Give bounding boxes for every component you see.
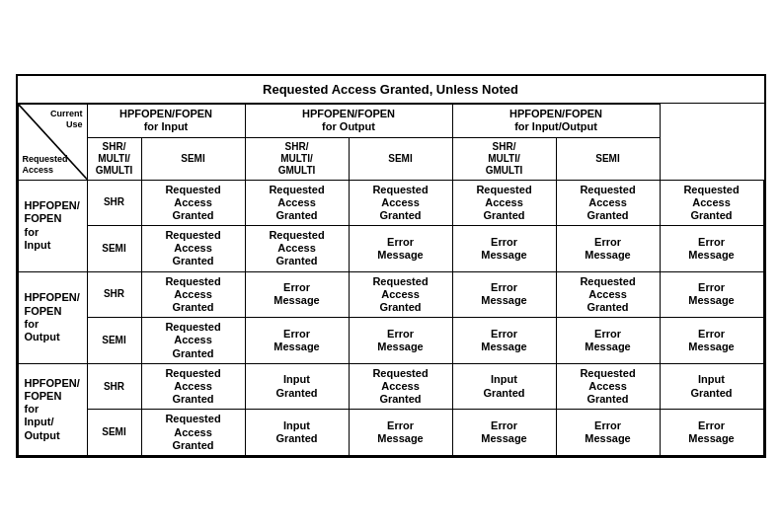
cell-4-1: RequestedAccessGranted <box>141 318 245 364</box>
cell-1-5: RequestedAccessGranted <box>556 180 660 226</box>
cell-4-5: ErrorMessage <box>556 318 660 364</box>
cell-1-6: RequestedAccessGranted <box>660 180 763 226</box>
cell-6-3: ErrorMessage <box>349 410 452 456</box>
cell-3-2: ErrorMessage <box>245 271 349 318</box>
table-row: SEMI RequestedAccessGranted RequestedAcc… <box>18 226 763 272</box>
sub-col-semi-3: SEMI <box>556 137 660 180</box>
current-use-label: CurrentUse <box>50 109 83 130</box>
access-table: CurrentUse RequestedAccess HPFOPEN/FOPEN… <box>18 104 764 456</box>
cell-5-6: InputGranted <box>660 363 763 410</box>
cell-6-5: ErrorMessage <box>556 410 660 456</box>
use-semi-1: SEMI <box>87 226 141 272</box>
cell-2-1: RequestedAccessGranted <box>141 226 245 272</box>
cell-1-1: RequestedAccessGranted <box>141 180 245 226</box>
cell-3-5: RequestedAccessGranted <box>556 271 660 318</box>
cell-3-1: RequestedAccessGranted <box>141 271 245 318</box>
table-row: HPFOPEN/FOPENforInput SHR RequestedAcces… <box>18 180 763 226</box>
sub-col-shr-multi-3: SHR/MULTI/GMULTI <box>452 137 556 180</box>
col-group-input: HPFOPEN/FOPENfor Input <box>87 105 245 137</box>
table-row: HPFOPEN/FOPENforInput/Output SHR Request… <box>18 363 763 410</box>
use-semi-3: SEMI <box>87 410 141 456</box>
section-output: HPFOPEN/FOPENforOutput <box>18 271 87 363</box>
cell-5-5: RequestedAccessGranted <box>556 363 660 410</box>
cell-3-4: ErrorMessage <box>452 271 556 318</box>
table-row: SEMI RequestedAccessGranted ErrorMessage… <box>18 318 763 364</box>
cell-1-4: RequestedAccessGranted <box>452 180 556 226</box>
cell-5-1: RequestedAccessGranted <box>141 363 245 410</box>
cell-2-5: ErrorMessage <box>556 226 660 272</box>
cell-2-4: ErrorMessage <box>452 226 556 272</box>
use-shr-3: SHR <box>87 363 141 410</box>
main-container: Requested Access Granted, Unless Noted C… <box>16 74 766 458</box>
cell-4-2: ErrorMessage <box>245 318 349 364</box>
sub-header-row: SHR/MULTI/GMULTI SEMI SHR/MULTI/GMULTI S… <box>18 137 763 180</box>
col-group-inout: HPFOPEN/FOPENfor Input/Output <box>452 105 660 137</box>
cell-6-2: InputGranted <box>245 410 349 456</box>
cell-3-3: RequestedAccessGranted <box>349 271 452 318</box>
cell-5-3: RequestedAccessGranted <box>349 363 452 410</box>
cell-4-3: ErrorMessage <box>349 318 452 364</box>
diagonal-header: CurrentUse RequestedAccess <box>18 105 87 180</box>
use-shr-1: SHR <box>87 180 141 226</box>
cell-2-6: ErrorMessage <box>660 226 763 272</box>
section-input: HPFOPEN/FOPENforInput <box>18 180 87 271</box>
cell-6-1: RequestedAccessGranted <box>141 410 245 456</box>
cell-3-6: ErrorMessage <box>660 271 763 318</box>
cell-5-4: InputGranted <box>452 363 556 410</box>
cell-2-3: ErrorMessage <box>349 226 452 272</box>
table-row: SEMI RequestedAccessGranted InputGranted… <box>18 410 763 456</box>
col-group-output: HPFOPEN/FOPENfor Output <box>245 105 452 137</box>
cell-1-2: RequestedAccessGranted <box>245 180 349 226</box>
table-row: HPFOPEN/FOPENforOutput SHR RequestedAcce… <box>18 271 763 318</box>
main-title: Requested Access Granted, Unless Noted <box>18 76 764 104</box>
sub-col-semi-1: SEMI <box>141 137 245 180</box>
section-inout: HPFOPEN/FOPENforInput/Output <box>18 363 87 455</box>
cell-1-3: RequestedAccessGranted <box>349 180 452 226</box>
use-semi-2: SEMI <box>87 318 141 364</box>
requested-access-label: RequestedAccess <box>23 154 68 176</box>
cell-2-2: RequestedAccessGranted <box>245 226 349 272</box>
sub-col-shr-multi-1: SHR/MULTI/GMULTI <box>87 137 141 180</box>
use-shr-2: SHR <box>87 271 141 318</box>
cell-5-2: InputGranted <box>245 363 349 410</box>
cell-6-6: ErrorMessage <box>660 410 763 456</box>
column-group-header-row: CurrentUse RequestedAccess HPFOPEN/FOPEN… <box>18 105 763 137</box>
sub-col-shr-multi-2: SHR/MULTI/GMULTI <box>245 137 349 180</box>
cell-4-6: ErrorMessage <box>660 318 763 364</box>
cell-6-4: ErrorMessage <box>452 410 556 456</box>
cell-4-4: ErrorMessage <box>452 318 556 364</box>
sub-col-semi-2: SEMI <box>349 137 452 180</box>
